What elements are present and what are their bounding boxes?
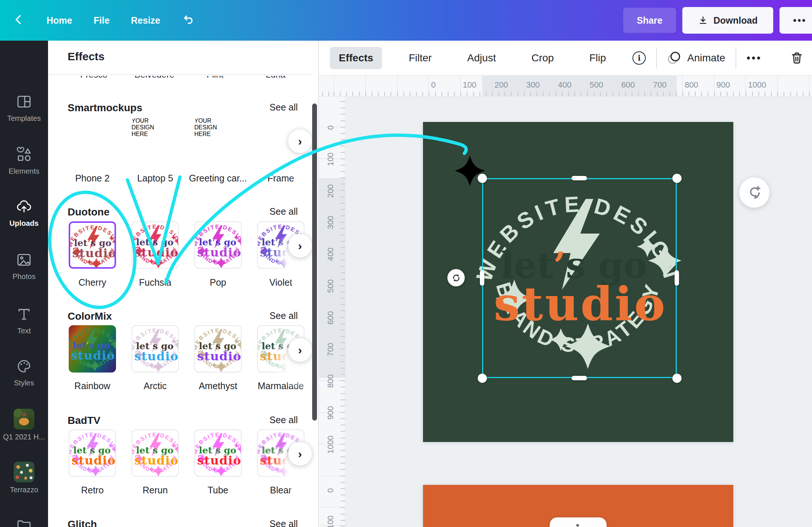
selection-handle-top[interactable] [572,176,587,180]
animate-icon [667,51,682,65]
effect-card-rerun[interactable] [132,429,179,477]
section-title-badtv: BadTV [68,415,100,426]
v-ruler-label: 200 [326,180,335,202]
effect-card-fuchsia[interactable] [132,221,179,269]
see-all-link-smartmockups[interactable]: See all [270,102,298,113]
side-nav: TemplatesElementsUploadsPhotosTextStyles… [0,41,48,527]
effects-panel: Effects FrescoBelvedereFlintLuna Smartmo… [48,41,318,527]
toolbar-more-button[interactable]: ••• [747,52,762,64]
h-ruler-label: 300 [526,80,540,90]
share-button[interactable]: Share [623,8,676,33]
animate-button[interactable]: Animate [667,51,725,65]
sidebar-item-templates[interactable]: Templates [0,92,48,123]
panel-scrollbar[interactable] [312,103,317,421]
download-icon [698,15,708,26]
tab-filter[interactable]: Filter [400,47,440,69]
effect-card-phone-2[interactable] [69,118,116,165]
photos-icon [15,251,33,269]
tab-crop[interactable]: Crop [522,47,563,69]
effect-card-label: Rerun [123,485,187,496]
delete-button[interactable] [788,50,805,67]
selection-handle-left[interactable] [480,270,484,286]
selection-handle-right[interactable] [675,270,679,286]
see-all-link-colormix[interactable]: See all [270,310,298,321]
effect-card-label: Tube [186,485,250,496]
scroll-right-chevron-icon[interactable]: › [288,338,312,362]
uploads-icon [15,197,33,216]
v-ruler-label: 0 [326,116,335,139]
topbar-more-button[interactable]: ••• [779,7,812,34]
section-title-duotone: Duotone [68,206,110,218]
h-ruler-label: 0 [431,80,436,90]
sidebar-item-q1-2021[interactable]: Q1 2021 H... [0,409,48,441]
sidebar-item-terrazzo[interactable]: Terrazzo [0,462,48,494]
download-button[interactable]: Download [682,7,773,34]
q1-2021-thumbnail [14,409,34,429]
rotate-icon [451,273,461,283]
selection-handle-bottom-left[interactable] [478,374,487,383]
selection-handle-bottom[interactable] [572,376,587,380]
page2-shape [550,517,607,527]
page2-shape-dot [576,524,579,527]
canvas-page-2[interactable] [423,485,733,527]
sidebar-item-label: Styles [14,379,34,387]
sidebar-item-label: Elements [8,167,39,176]
undo-icon[interactable] [182,13,194,27]
effect-card-cherry[interactable] [69,221,116,269]
h-ruler-label: 400 [558,80,572,90]
effect-card-arctic[interactable] [132,325,179,373]
menu-resize[interactable]: Resize [131,15,160,26]
selection-handle-top-left[interactable] [478,174,487,183]
sidebar-item-text[interactable]: Text [0,305,48,335]
info-icon[interactable]: i [632,51,646,65]
effect-card-label: Phone 2 [61,173,124,184]
tab-flip[interactable]: Flip [580,47,615,69]
effect-card-label: Laptop 5 [123,173,187,184]
scroll-right-chevron-icon[interactable]: › [288,234,312,258]
horizontal-ruler: 01002003004005006007008009001000 [319,76,812,96]
effect-card-label: Greeting car... [186,173,250,184]
rotate-handle[interactable] [447,269,465,286]
h-ruler-label: 200 [495,80,508,90]
effect-card-pop[interactable] [194,221,242,269]
effect-card-greeting-car-[interactable]: YOURDESIGNHERE [194,118,242,165]
tab-effects[interactable]: Effects [330,47,382,69]
effect-card-amethyst[interactable] [194,325,242,373]
tab-adjust[interactable]: Adjust [458,47,505,69]
h-ruler-label: 600 [621,80,635,90]
sidebar-item-videos[interactable]: Videos [0,516,48,527]
effect-card-label: Amethyst [186,381,250,391]
see-all-link-badtv[interactable]: See all [270,415,298,425]
effect-card-label: Retro [61,485,124,496]
selection-handle-bottom-right[interactable] [672,374,682,383]
clipped-effect-label: Flint [207,76,223,80]
back-chevron-icon[interactable] [13,13,25,27]
panel-divider [318,41,319,527]
v-ruler-label: 400 [326,243,335,265]
effect-card-retro[interactable] [69,429,116,477]
editor-toolbar: EffectsFilterAdjustCropFlip i Animate ••… [319,41,812,76]
menu-file[interactable]: File [93,15,109,26]
effect-card-laptop-5[interactable]: YOURDESIGNHERE [132,118,179,165]
clipped-effect-row: FrescoBelvedereFlintLuna [48,76,312,81]
sidebar-item-photos[interactable]: Photos [0,251,48,281]
scroll-right-chevron-icon[interactable]: › [288,442,312,466]
sidebar-item-styles[interactable]: Styles [0,357,48,387]
h-ruler-label: 1000 [748,80,766,90]
see-all-link-duotone[interactable]: See all [270,206,298,217]
menu-home[interactable]: Home [47,15,72,26]
sidebar-item-uploads[interactable]: Uploads [0,197,48,228]
sidebar-item-label: Q1 2021 H... [3,433,45,441]
effect-card-label: Marmalade [249,381,313,391]
v-ruler-label: 900 [326,402,335,424]
selection-box[interactable] [482,178,677,378]
scroll-right-chevron-icon[interactable]: › [288,129,312,153]
effect-card-tube[interactable] [194,429,242,477]
add-comment-button[interactable] [739,177,770,208]
selection-handle-top-right[interactable] [672,174,682,183]
see-all-link-glitch[interactable]: See all [270,518,298,527]
effect-card-rainbow[interactable] [69,325,116,373]
clipped-effect-label: Fresco [80,76,107,80]
sidebar-item-label: Uploads [10,219,39,228]
sidebar-item-elements[interactable]: Elements [0,145,48,176]
